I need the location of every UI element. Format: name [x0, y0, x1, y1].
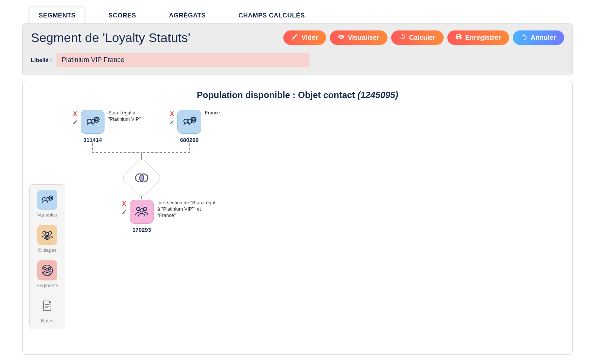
node-statut[interactable]: X 311414 Statut égal à "Platinium VIP" [81, 110, 104, 143]
canvas: Population disponible : Objet contact (1… [22, 80, 573, 355]
vider-label: Vider [301, 34, 318, 42]
svg-point-20 [192, 119, 194, 121]
header-card: Segment de 'Loyalty Statuts' Vider Visua… [22, 23, 573, 75]
svg-point-27 [140, 209, 143, 212]
node-france-desc: France [205, 110, 242, 116]
enregistrer-label: Enregistrer [465, 34, 501, 42]
palette-segments-label: Segments [36, 283, 58, 288]
calculer-label: Calculer [409, 34, 435, 42]
node-statut-count: 311414 [83, 137, 102, 143]
palette-variables[interactable]: Variables [37, 190, 57, 218]
tab-scores[interactable]: SCORES [99, 7, 145, 24]
connectors [23, 80, 572, 354]
node-intersection-count: 170293 [132, 227, 151, 233]
palette-notes[interactable]: Notes [37, 296, 57, 324]
svg-point-26 [144, 207, 147, 211]
people-gear-icon [81, 110, 104, 134]
svg-point-10 [44, 267, 46, 270]
svg-point-6 [46, 233, 49, 235]
delete-node-button[interactable]: X [170, 111, 174, 117]
svg-point-16 [96, 119, 98, 121]
annuler-label: Annuler [531, 34, 556, 42]
tab-segments[interactable]: SEGMENTS [30, 7, 84, 24]
edit-node-button[interactable] [122, 209, 127, 216]
visualiser-button[interactable]: Visualiser [330, 30, 387, 45]
enregistrer-button[interactable]: Enregistrer [447, 30, 509, 45]
svg-point-8 [46, 237, 48, 238]
delete-node-button[interactable]: X [122, 201, 126, 207]
refresh-icon [399, 33, 406, 42]
svg-point-11 [48, 267, 51, 270]
svg-point-25 [136, 207, 140, 211]
node-france-count: 680299 [180, 137, 199, 143]
delete-node-button[interactable]: X [73, 111, 77, 117]
variables-icon [37, 190, 57, 210]
edit-node-button[interactable] [73, 120, 78, 126]
eye-icon [338, 33, 345, 42]
ciblages-icon [37, 225, 57, 245]
wand-icon [292, 33, 298, 42]
palette-ciblages[interactable]: Ciblages [37, 225, 57, 253]
palette-notes-label: Notes [41, 318, 54, 324]
people-gear-icon [177, 110, 201, 134]
tabs-bar: SEGMENTS SCORES AGRÉGATS CHAMPS CALCULÉS [30, 7, 573, 24]
segments-icon [37, 260, 57, 280]
svg-point-9 [42, 265, 53, 276]
page-title: Segment de 'Loyalty Statuts' [31, 30, 190, 45]
intersection-operator[interactable] [121, 157, 162, 198]
population-title: Population disponible : Objet contact (1… [30, 90, 565, 100]
node-intersection[interactable]: X 170293 Intersection de "Statut égal à … [130, 200, 154, 233]
tab-aggregats[interactable]: AGRÉGATS [160, 7, 215, 24]
svg-point-7 [45, 235, 49, 240]
svg-point-12 [46, 269, 48, 271]
visualiser-label: Visualiser [348, 34, 379, 42]
tab-champs-calcules[interactable]: CHAMPS CALCULÉS [229, 7, 313, 24]
svg-point-3 [50, 197, 52, 199]
notes-icon [37, 296, 57, 316]
annuler-button[interactable]: Annuler [513, 30, 564, 45]
palette: Variables Ciblages Segments [29, 184, 65, 329]
population-count: (1245095) [357, 90, 398, 100]
node-statut-desc: Statut égal à "Platinium VIP" [108, 110, 157, 123]
edit-node-button[interactable] [169, 120, 174, 126]
palette-variables-label: Variables [37, 212, 57, 218]
venn-icon [128, 164, 156, 192]
save-icon [456, 33, 462, 42]
palette-segments[interactable]: Segments [36, 260, 58, 288]
libelle-input[interactable] [57, 53, 309, 67]
calculer-button[interactable]: Calculer [391, 30, 444, 45]
svg-point-4 [43, 231, 46, 234]
node-france[interactable]: X 680299 France [177, 110, 201, 143]
action-bar: Vider Visualiser Calculer Enregistrer [283, 30, 564, 45]
palette-ciblages-label: Ciblages [38, 247, 57, 253]
vider-button[interactable]: Vider [283, 30, 326, 45]
undo-icon [521, 33, 528, 42]
libelle-label: Libellé : [31, 57, 52, 63]
population-prefix: Population disponible : Objet contact [197, 90, 357, 100]
people-group-icon [130, 200, 154, 224]
svg-point-5 [49, 231, 52, 234]
node-intersection-desc: Intersection de "Statut égal à "Platiniu… [157, 200, 217, 219]
